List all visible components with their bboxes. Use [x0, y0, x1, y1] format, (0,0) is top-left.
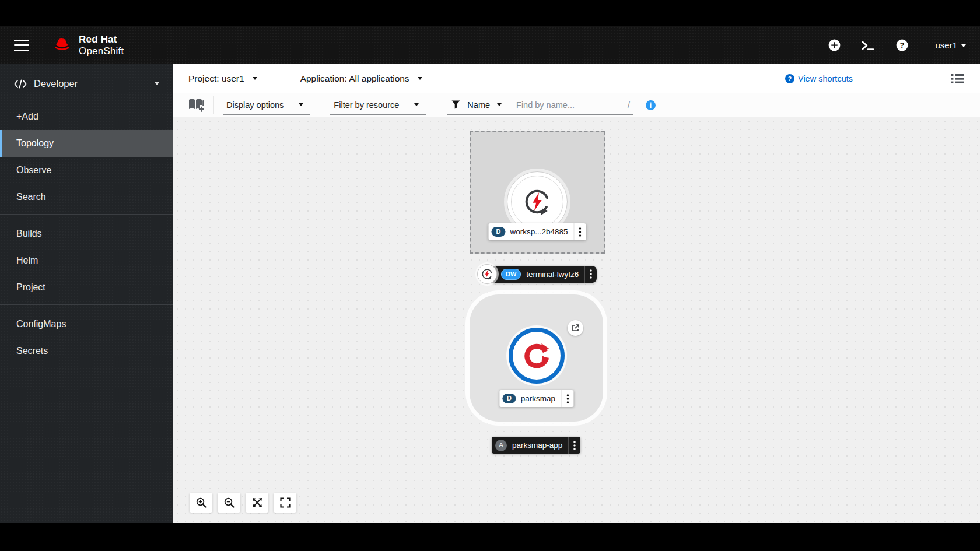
workspace-node-group[interactable]: D worksp...2b4885: [470, 131, 605, 254]
sidebar-item-observe[interactable]: Observe: [0, 157, 173, 184]
brand-line1: Red Hat: [79, 34, 124, 45]
workspace-bolt-icon: [522, 187, 552, 217]
main-content: Project: user1 Application: All applicat…: [173, 64, 980, 523]
workspace-node-name: worksp...2b4885: [510, 227, 573, 236]
fullscreen-brackets-icon: [280, 497, 290, 508]
svg-text:?: ?: [900, 41, 904, 50]
application-group-label-row: A parksmap-app: [492, 437, 580, 454]
terminal-node[interactable]: [477, 264, 497, 284]
chevron-down-icon: [418, 77, 422, 80]
external-link-icon: [572, 324, 579, 332]
devworkspace-badge: DW: [501, 269, 521, 280]
sidebar-divider: [0, 304, 173, 305]
filter-type-label: Name: [467, 100, 490, 110]
filter-info-button[interactable]: [646, 100, 656, 110]
filter-funnel-icon: [452, 100, 460, 109]
find-filter-group: Name /: [447, 96, 633, 115]
sidebar-item-search[interactable]: Search: [0, 184, 173, 210]
code-icon: [14, 79, 27, 89]
openshift-console: Red Hat OpenShift ? user1: [0, 26, 980, 523]
add-plus-circle-icon[interactable]: [828, 39, 841, 52]
workspace-node-label[interactable]: D worksp...2b4885: [488, 223, 586, 240]
open-url-decorator[interactable]: [568, 320, 583, 336]
view-shortcuts-label: View shortcuts: [798, 74, 853, 83]
application-selector-label: Application: All applications: [300, 73, 410, 84]
terminal-node-row: DW terminal-lwyfz6: [477, 264, 597, 284]
fullscreen-button[interactable]: [274, 493, 296, 513]
filter-by-resource-label: Filter by resource: [334, 100, 399, 110]
sidebar-item-builds[interactable]: Builds: [0, 220, 173, 247]
chevron-down-icon: [155, 82, 159, 85]
masthead-actions: ? user1: [828, 39, 966, 52]
project-selector-label: Project: user1: [188, 73, 244, 84]
hamburger-menu-icon[interactable]: [14, 40, 29, 51]
list-view-toggle[interactable]: [951, 73, 965, 85]
redhat-hat-icon: [51, 38, 74, 53]
info-icon: [646, 100, 656, 110]
sidebar: Developer +Add Topology Observe Search B…: [0, 64, 173, 523]
display-options-dropdown[interactable]: Display options: [223, 96, 310, 115]
find-by-name-input[interactable]: [516, 100, 625, 110]
sidebar-item-topology[interactable]: Topology: [0, 130, 173, 157]
terminal-node-name: terminal-lwyfz6: [526, 270, 584, 279]
expand-arrows-icon: [252, 497, 262, 508]
sidebar-item-add[interactable]: +Add: [0, 103, 173, 130]
brand-text: Red Hat OpenShift: [79, 34, 124, 56]
zoom-out-button[interactable]: [218, 493, 240, 513]
kebab-menu-icon[interactable]: [562, 390, 573, 407]
deployment-badge: D: [502, 394, 516, 403]
sidebar-item-helm[interactable]: Helm: [0, 247, 173, 274]
deployment-badge: D: [491, 227, 505, 237]
zoom-in-button[interactable]: [190, 493, 212, 513]
sidebar-item-configmaps[interactable]: ConfigMaps: [0, 311, 173, 338]
application-selector[interactable]: Application: All applications: [300, 73, 422, 84]
keyboard-shortcut-hint: /: [625, 100, 632, 110]
workspace-bolt-icon: [481, 268, 494, 280]
chevron-down-icon: [253, 77, 257, 80]
brand-line2: OpenShift: [79, 45, 124, 57]
parksmap-node[interactable]: [509, 328, 565, 384]
topology-canvas[interactable]: D worksp...2b4885 DW term: [173, 117, 980, 523]
canvas-controls: [190, 493, 296, 513]
display-options-label: Display options: [226, 100, 284, 110]
perspective-label: Developer: [34, 78, 78, 89]
filter-type-dropdown[interactable]: Name: [447, 96, 510, 114]
zoom-out-icon: [224, 497, 235, 508]
parksmap-app-group[interactable]: D parksmap: [470, 294, 603, 422]
parksmap-node-name: parksmap: [521, 394, 561, 403]
list-icon: [951, 73, 965, 85]
brand-logo: Red Hat OpenShift: [51, 34, 124, 56]
filter-by-resource-dropdown[interactable]: Filter by resource: [330, 96, 426, 115]
book-plus-icon: [187, 98, 205, 113]
view-shortcuts-link[interactable]: ? View shortcuts: [785, 74, 853, 83]
help-icon[interactable]: ?: [895, 39, 908, 52]
kebab-menu-icon[interactable]: [575, 223, 586, 240]
chevron-down-icon: [414, 103, 419, 106]
svg-text:?: ?: [788, 75, 792, 82]
application-group-label[interactable]: A parksmap-app: [492, 437, 580, 454]
sidebar-item-project[interactable]: Project: [0, 274, 173, 301]
context-bar: Project: user1 Application: All applicat…: [173, 64, 980, 93]
project-selector[interactable]: Project: user1: [188, 73, 257, 84]
chevron-down-icon: [961, 44, 966, 47]
terminal-icon[interactable]: [862, 39, 874, 52]
application-group-name: parksmap-app: [512, 441, 568, 450]
quick-add-catalog-button[interactable]: [184, 96, 214, 114]
user-menu[interactable]: user1: [935, 40, 966, 50]
terminal-node-label[interactable]: DW terminal-lwyfz6: [489, 266, 597, 283]
zoom-in-icon: [196, 497, 206, 508]
application-badge: A: [495, 440, 507, 451]
chevron-down-icon: [299, 103, 303, 106]
masthead: Red Hat OpenShift ? user1: [0, 26, 980, 64]
sidebar-item-secrets[interactable]: Secrets: [0, 338, 173, 364]
kebab-menu-icon[interactable]: [585, 266, 597, 283]
openshift-logo-icon: [523, 342, 550, 369]
topology-toolbar: Display options Filter by resource Name: [173, 93, 980, 117]
perspective-switcher[interactable]: Developer: [0, 66, 173, 100]
sidebar-divider: [0, 214, 173, 215]
parksmap-node-label[interactable]: D parksmap: [499, 390, 573, 407]
chevron-down-icon: [497, 103, 502, 106]
fit-to-screen-button[interactable]: [246, 493, 268, 513]
help-circle-icon: ?: [785, 74, 794, 83]
kebab-menu-icon[interactable]: [569, 437, 580, 454]
